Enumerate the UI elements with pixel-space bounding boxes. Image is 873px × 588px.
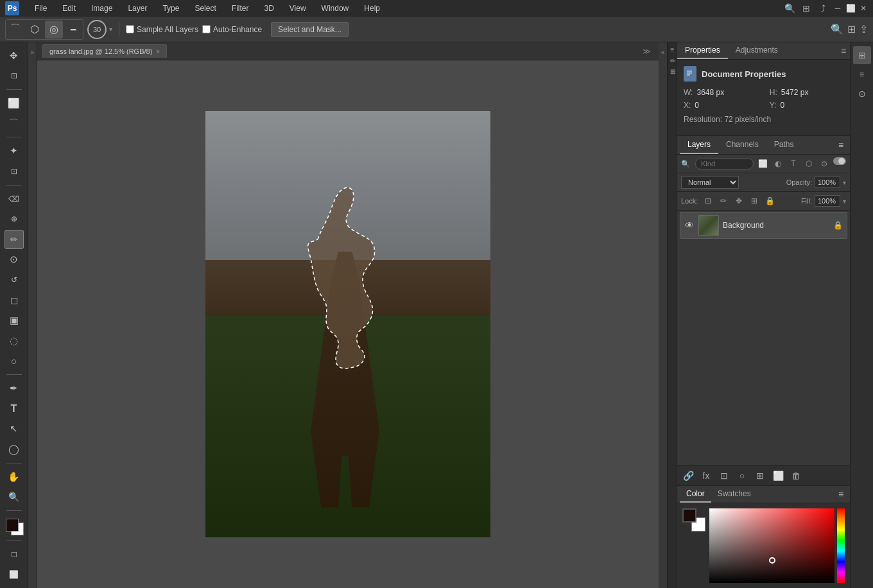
layer-visibility-eye[interactable]: 👁 [684, 220, 695, 230]
filter-toggle[interactable] [833, 157, 846, 165]
canvas-tab-grassland[interactable]: grass land.jpg @ 12.5% (RGB/8) × [42, 44, 167, 58]
window-restore[interactable]: ⬜ [846, 4, 855, 13]
lock-position-icon[interactable]: ✥ [732, 195, 745, 207]
canvas-tab-close[interactable]: × [156, 48, 160, 55]
marquee-tool[interactable]: ⬜ [4, 94, 24, 113]
history-brush-tool[interactable]: ↺ [4, 270, 24, 290]
layer-mask-btn[interactable]: ⊡ [717, 469, 731, 483]
channels-strip-btn[interactable]: ⊙ [853, 85, 871, 103]
menu-3d[interactable]: 3D [261, 3, 276, 14]
zoom-tool[interactable]: 🔍 [4, 487, 24, 506]
toolbar-share-icon[interactable]: ⇪ [860, 23, 868, 35]
mini-strip-btn-2[interactable]: ✏ [670, 57, 675, 64]
gradient-tool[interactable]: ▣ [4, 311, 24, 330]
quick-mask-btn[interactable]: ◻ [4, 545, 24, 564]
tabs-arrange-icon[interactable]: ≫ [640, 47, 653, 56]
menu-window[interactable]: Window [319, 3, 352, 14]
subtract-btn[interactable]: ━ [64, 21, 82, 39]
color-menu-btn[interactable]: ≡ [834, 488, 847, 501]
screen-mode-btn[interactable]: ⬜ [4, 565, 24, 584]
toolbar-search-icon[interactable]: 🔍 [831, 23, 843, 35]
auto-enhance-checkbox[interactable] [202, 25, 211, 33]
lock-image-icon[interactable]: ✏ [717, 195, 730, 207]
menu-filter[interactable]: Filter [229, 3, 252, 14]
filter-type-icon[interactable]: T [787, 157, 800, 170]
brush-size-circle[interactable]: 30 [87, 20, 107, 39]
eraser-tool[interactable]: ◻ [4, 291, 24, 310]
pen-tool[interactable]: ✒ [4, 379, 24, 398]
channels-tab[interactable]: Channels [718, 136, 766, 154]
brush-tool[interactable]: ✏ [4, 230, 24, 249]
properties-tab[interactable]: Properties [677, 42, 728, 59]
menu-type[interactable]: Type [160, 3, 182, 14]
lock-transparent-icon[interactable]: ⊡ [702, 195, 714, 207]
foreground-color-swatch[interactable] [6, 519, 19, 532]
menu-layer[interactable]: Layer [125, 3, 150, 14]
workspace-button[interactable]: ⊞ [800, 2, 813, 15]
mini-strip-btn-3[interactable]: ⊞ [670, 68, 675, 75]
clone-tool[interactable]: ⊙ [4, 250, 24, 270]
magic-wand-tool[interactable]: ✦ [4, 141, 24, 160]
blend-mode-select[interactable]: Normal [681, 176, 739, 189]
hue-slider[interactable] [837, 508, 845, 583]
menu-view[interactable]: View [287, 3, 309, 14]
filter-smart-icon[interactable]: ⊙ [818, 157, 831, 170]
lasso-tool-btn[interactable]: ⌒ [6, 21, 24, 39]
eyedropper-tool[interactable]: ⌫ [4, 189, 24, 209]
layer-fx-btn[interactable]: fx [699, 469, 713, 483]
paths-tab[interactable]: Paths [766, 136, 802, 154]
fg-color-box[interactable] [682, 508, 696, 523]
color-tab[interactable]: Color [680, 486, 711, 503]
layers-menu-btn[interactable]: ≡ [834, 139, 847, 151]
properties-strip-btn[interactable]: ⊞ [853, 46, 871, 64]
swatches-tab[interactable]: Swatches [711, 486, 757, 503]
search-button[interactable]: 🔍 [783, 2, 796, 15]
opacity-value[interactable]: 100% [815, 177, 840, 188]
lock-artboard-icon[interactable]: ⊞ [748, 195, 761, 207]
canvas-viewport[interactable]: @keyframes dash { to { stroke-dashoffset… [37, 60, 659, 588]
mini-strip-btn-1[interactable]: ≡ [671, 46, 675, 53]
canvas-collapse-left[interactable]: » [28, 42, 37, 588]
window-minimize[interactable]: ─ [833, 4, 842, 13]
layer-new-btn[interactable]: ⬜ [771, 469, 785, 483]
layer-group-btn[interactable]: ⊞ [753, 469, 767, 483]
hand-tool[interactable]: ✋ [4, 467, 24, 487]
menu-select[interactable]: Select [192, 3, 218, 14]
adjustments-tab[interactable]: Adjustments [728, 42, 786, 59]
sample-all-layers-label[interactable]: Sample All Layers [126, 25, 198, 34]
artboard-tool[interactable]: ⊡ [4, 67, 24, 86]
filter-adjustment-icon[interactable]: ◐ [772, 157, 784, 170]
window-close[interactable]: ✕ [859, 4, 868, 13]
layers-filter-input[interactable] [695, 158, 754, 169]
sample-all-layers-checkbox[interactable] [126, 25, 134, 33]
opacity-arrow[interactable]: ▾ [843, 179, 846, 186]
right-collapse-strip[interactable]: « [659, 42, 668, 588]
move-tool[interactable]: ✥ [4, 46, 24, 65]
layer-delete-btn[interactable]: 🗑 [789, 469, 803, 483]
menu-edit[interactable]: Edit [60, 3, 78, 14]
dodge-tool[interactable]: ○ [4, 352, 24, 371]
crop-tool[interactable]: ⊡ [4, 162, 24, 181]
properties-menu-btn[interactable]: ≡ [837, 44, 850, 57]
layer-fill-btn[interactable]: ○ [735, 469, 749, 483]
share-button[interactable]: ⤴ [817, 2, 829, 15]
text-tool[interactable]: T [4, 399, 24, 419]
layer-link-btn[interactable]: 🔗 [681, 469, 695, 483]
magnetic-lasso-btn[interactable]: ◎ [45, 21, 63, 39]
layer-background[interactable]: 👁 Background 🔒 [680, 212, 847, 239]
menu-help[interactable]: Help [361, 3, 383, 14]
auto-enhance-label[interactable]: Auto-Enhance [202, 25, 262, 34]
fill-arrow[interactable]: ▾ [843, 198, 846, 205]
blur-tool[interactable]: ◌ [4, 331, 24, 350]
layers-tab[interactable]: Layers [680, 136, 718, 154]
lasso-tool[interactable]: ⌒ [4, 114, 24, 134]
filter-pixel-icon[interactable]: ⬜ [756, 157, 769, 170]
shape-tool[interactable]: ◯ [4, 440, 24, 459]
fill-value[interactable]: 100% [815, 195, 840, 207]
path-selection-tool[interactable]: ↖ [4, 420, 24, 439]
lock-all-icon[interactable]: 🔒 [763, 195, 776, 207]
select-mask-button[interactable]: Select and Mask... [271, 22, 349, 37]
color-saturation-picker[interactable] [709, 508, 834, 583]
filter-shape-icon[interactable]: ⬡ [802, 157, 815, 170]
polygonal-lasso-btn[interactable]: ⬡ [26, 21, 44, 39]
